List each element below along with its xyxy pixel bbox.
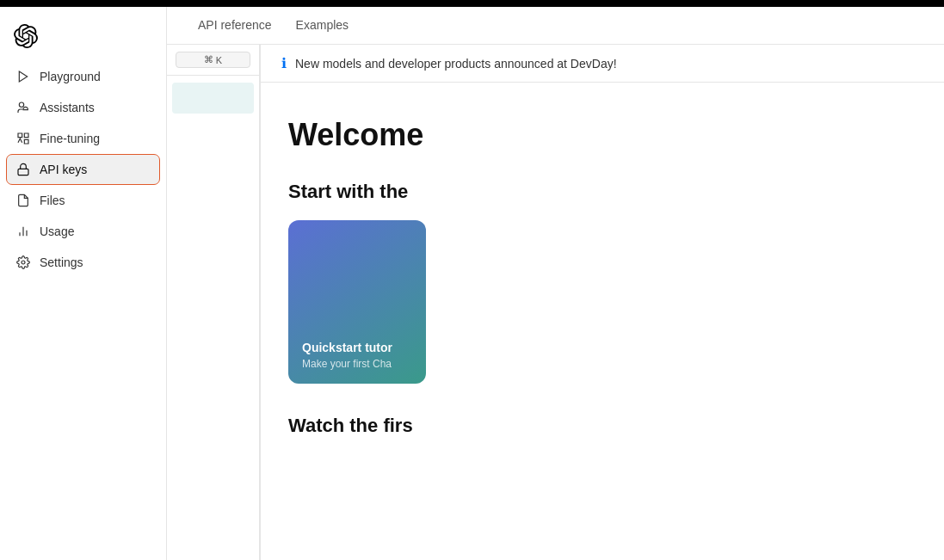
files-icon: [15, 193, 31, 208]
sidebar-nav: Playground Assistants: [0, 62, 166, 560]
fine-tuning-icon: [15, 131, 31, 146]
svg-point-5: [22, 261, 25, 264]
sidebar-item-assistants[interactable]: Assistants: [7, 93, 159, 122]
tab-examples[interactable]: Examples: [286, 7, 359, 45]
sidebar-item-api-keys[interactable]: API keys: [7, 155, 159, 184]
topbar: [0, 0, 944, 7]
openai-logo-icon: [14, 24, 38, 48]
welcome-title: Welcome: [288, 117, 916, 153]
usage-icon: [15, 224, 31, 239]
info-icon: ℹ: [281, 55, 287, 71]
settings-icon: [15, 255, 31, 270]
content-area: API reference Examples ⌘ K: [167, 7, 944, 560]
welcome-area: Welcome Start with the Quickstart tutor …: [261, 83, 944, 471]
notification-message: New models and developer products announ…: [295, 57, 617, 71]
watch-section-title: Watch the firs: [288, 415, 916, 437]
playground-icon: [15, 69, 31, 84]
start-section-title: Start with the: [288, 181, 916, 203]
main-layout: Playground Assistants: [0, 7, 944, 560]
main-content: ℹ New models and developer products anno…: [261, 45, 944, 560]
sidebar-item-files[interactable]: Files: [7, 186, 159, 215]
quickstart-card-title: Quickstart tutor: [302, 341, 412, 354]
quickstart-card[interactable]: Quickstart tutor Make your first Cha: [288, 220, 426, 384]
sidebar-item-fine-tuning[interactable]: Fine-tuning: [7, 124, 159, 153]
assistants-icon: [15, 100, 31, 115]
left-panel-highlight: [172, 83, 254, 114]
sidebar-item-usage[interactable]: Usage: [7, 217, 159, 246]
sidebar-item-settings[interactable]: Settings: [7, 248, 159, 277]
inner-layout: ⌘ K ℹ New models and developer products …: [167, 45, 944, 560]
svg-rect-1: [18, 169, 28, 175]
quickstart-card-subtitle: Make your first Cha: [302, 358, 412, 370]
sidebar-item-playground[interactable]: Playground: [7, 62, 159, 91]
header-tabs: API reference Examples: [167, 7, 944, 45]
k-key: K: [216, 55, 222, 65]
sidebar: Playground Assistants: [0, 7, 167, 560]
cmd-symbol: ⌘: [204, 54, 213, 65]
notification-banner: ℹ New models and developer products anno…: [261, 45, 944, 83]
search-kbd-button[interactable]: ⌘ K: [176, 52, 250, 68]
left-panel: ⌘ K: [167, 45, 260, 560]
api-keys-icon: [15, 162, 31, 177]
logo[interactable]: [0, 14, 166, 62]
search-bar: ⌘ K: [167, 45, 259, 76]
tab-api-reference[interactable]: API reference: [188, 7, 282, 45]
svg-point-0: [19, 102, 23, 107]
